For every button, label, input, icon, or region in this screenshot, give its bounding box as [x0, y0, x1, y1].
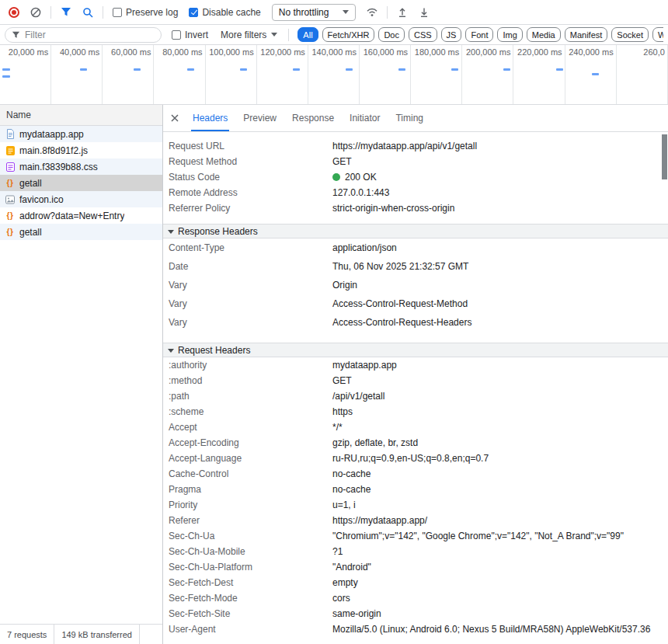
filter-type-font[interactable]: Font [465, 27, 493, 42]
requests-panel: Name mydataapp.appmain.8f8d91f2.jsmain.f… [0, 105, 163, 644]
disable-cache-checkbox[interactable]: Disable cache [184, 7, 265, 18]
header-name: Vary [163, 276, 332, 294]
tab-response[interactable]: Response [284, 105, 342, 131]
header-value: no-cache [332, 482, 668, 497]
header-row: Sec-Ch-Ua"Chromium";v="142", "Google Chr… [163, 528, 668, 544]
response-headers-section[interactable]: Response Headers [163, 224, 668, 238]
filter-toggle-button[interactable] [56, 2, 76, 23]
header-name: :authority [163, 357, 332, 373]
scrollbar[interactable] [661, 133, 668, 644]
filter-type-all[interactable]: All [297, 27, 318, 42]
timeline-overview[interactable]: 20,000 ms40,000 ms60,000 ms80,000 ms100,… [0, 45, 668, 105]
column-header-name[interactable]: Name [0, 105, 162, 126]
header-value: u=1, i [332, 497, 668, 513]
filter-field[interactable] [5, 27, 162, 43]
checkbox-unchecked-icon [113, 8, 122, 17]
throttling-select[interactable]: No throttling [272, 4, 357, 21]
header-row: Content-Typeapplication/json [163, 238, 668, 257]
header-row: Remote Address127.0.0.1:443 [163, 185, 668, 200]
tab-preview[interactable]: Preview [235, 105, 284, 131]
waterfall-mark [556, 68, 563, 71]
import-har-button[interactable] [392, 2, 412, 23]
header-name: Content-Type [163, 238, 332, 257]
header-name: Request Method [163, 154, 332, 169]
header-name: Accept-Encoding [163, 435, 332, 451]
timeline-label: 180,000 ms [411, 45, 461, 57]
invert-checkbox[interactable]: Invert [167, 30, 213, 40]
filter-type-fetchxhr[interactable]: Fetch/XHR [322, 27, 375, 42]
filter-type-socket[interactable]: Socket [611, 27, 649, 42]
filter-type-media[interactable]: Media [527, 27, 561, 42]
header-name: Vary [163, 313, 332, 332]
header-name: Accept [163, 419, 332, 435]
header-name: Status Code [163, 169, 332, 185]
header-row: Cache-Controlno-cache [163, 466, 668, 482]
timeline-label: 220,000 ms [513, 45, 564, 57]
header-value: Access-Control-Request-Headers [332, 313, 668, 332]
timeline-label: 40,000 ms [51, 45, 102, 57]
waterfall-mark [134, 68, 141, 71]
request-headers-section[interactable]: Request Headers [163, 343, 668, 357]
record-button[interactable] [4, 2, 24, 23]
img-icon [5, 195, 16, 204]
filter-type-img[interactable]: Img [497, 27, 522, 42]
timeline-segment: 20,000 ms [0, 45, 51, 104]
header-row: Sec-Ch-Ua-Platform"Android" [163, 559, 668, 575]
request-row[interactable]: favicon.ico [0, 191, 162, 207]
header-row: Sec-Fetch-Modecors [163, 590, 668, 606]
header-row: :authoritymydataapp.app [163, 357, 668, 373]
request-name: main.8f8d91f2.js [19, 145, 88, 156]
more-filters-button[interactable]: More filters [218, 30, 280, 40]
timeline-label: 240,000 ms [565, 45, 616, 57]
timeline-segment: 200,000 ms [462, 45, 513, 104]
tab-initiator[interactable]: Initiator [342, 105, 388, 131]
request-row[interactable]: {}addrow?data=New+Entry [0, 207, 162, 224]
request-count: 7 requests [0, 625, 54, 644]
request-row[interactable]: main.f3839b88.css [0, 158, 162, 175]
request-row[interactable]: main.8f8d91f2.js [0, 142, 162, 158]
triangle-down-icon [168, 230, 174, 234]
search-button[interactable] [78, 2, 98, 23]
scrollbar-thumb[interactable] [662, 134, 667, 179]
header-value: strict-origin-when-cross-origin [332, 200, 668, 216]
filter-input[interactable] [25, 30, 155, 40]
header-value: GET [332, 154, 668, 169]
timeline-segment: 40,000 ms [51, 45, 103, 104]
close-detail-button[interactable] [165, 108, 185, 128]
header-row: Status Code200 OK [163, 169, 668, 185]
name-column-label: Name [6, 110, 31, 120]
timeline-segment: 240,000 ms [565, 45, 617, 104]
filter-type-js[interactable]: JS [441, 27, 462, 42]
css-icon [5, 162, 16, 172]
response-header-rows: Content-Typeapplication/jsonDateThu, 06 … [163, 238, 668, 332]
timeline-label: 80,000 ms [154, 45, 204, 57]
filter-type-doc[interactable]: Doc [378, 27, 405, 42]
funnel-icon [12, 31, 20, 39]
header-value: https [332, 404, 668, 419]
request-row[interactable]: {}getall [0, 175, 162, 191]
header-value: Access-Control-Request-Method [332, 294, 668, 313]
network-conditions-button[interactable] [362, 2, 382, 23]
header-value: GET [332, 373, 668, 388]
request-row[interactable]: mydataapp.app [0, 126, 162, 142]
preserve-log-checkbox[interactable]: Preserve log [108, 7, 183, 18]
timeline-label: 160,000 ms [360, 45, 410, 57]
header-row: Accept*/* [163, 419, 668, 435]
timeline-segment: 120,000 ms [257, 45, 308, 104]
toolbar-divider [50, 6, 51, 19]
filter-type-manifest[interactable]: Manifest [565, 27, 608, 42]
filter-type-css[interactable]: CSS [409, 27, 437, 42]
header-value: cors [332, 590, 668, 606]
toolbar-divider [288, 29, 289, 41]
header-name: Date [163, 257, 332, 276]
request-row[interactable]: {}getall [0, 224, 162, 240]
filter-type-list: AllFetch/XHRDocCSSJSFontImgMediaManifest… [297, 27, 663, 42]
tab-headers[interactable]: Headers [185, 105, 235, 131]
export-har-button[interactable] [414, 2, 434, 23]
request-name: getall [19, 227, 42, 238]
clear-button[interactable] [26, 2, 46, 23]
header-value: https://mydataapp.app/api/v1/getall [332, 138, 668, 154]
header-name: :scheme [163, 404, 332, 419]
tab-timing[interactable]: Timing [388, 105, 431, 131]
filter-type-wasm[interactable]: Wasm [652, 27, 663, 42]
